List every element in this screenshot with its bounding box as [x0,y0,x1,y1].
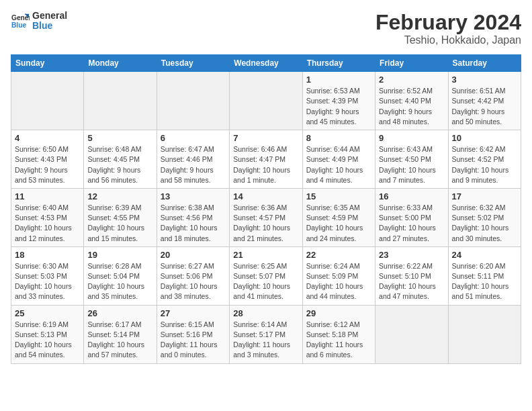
day-info: Sunrise: 6:44 AMSunset: 4:49 PMDaylight:… [306,144,371,185]
calendar-cell: 27Sunrise: 6:15 AMSunset: 5:16 PMDayligh… [157,305,229,363]
calendar-cell: 1Sunrise: 6:53 AMSunset: 4:39 PMDaylight… [302,72,375,130]
header-day-wednesday: Wednesday [230,55,302,72]
day-info: Sunrise: 6:40 AMSunset: 4:53 PMDaylight:… [15,203,80,244]
week-row-4: 18Sunrise: 6:30 AMSunset: 5:03 PMDayligh… [11,246,521,305]
calendar-cell [448,305,521,363]
day-info: Sunrise: 6:42 AMSunset: 4:52 PMDaylight:… [452,144,517,185]
location-title: Teshio, Hokkaido, Japan [375,34,521,46]
day-info: Sunrise: 6:38 AMSunset: 4:56 PMDaylight:… [161,203,226,244]
day-number: 29 [306,308,371,318]
day-number: 11 [15,191,80,201]
day-number: 3 [452,75,517,85]
calendar-cell: 17Sunrise: 6:32 AMSunset: 5:02 PMDayligh… [448,188,521,246]
day-info: Sunrise: 6:24 AMSunset: 5:09 PMDaylight:… [306,261,371,302]
day-info: Sunrise: 6:33 AMSunset: 5:00 PMDaylight:… [379,203,444,244]
day-number: 4 [15,133,80,143]
logo-text-general: General [32,11,67,21]
calendar-cell: 24Sunrise: 6:20 AMSunset: 5:11 PMDayligh… [448,246,521,305]
day-number: 15 [306,191,371,201]
day-number: 12 [87,191,152,201]
calendar-cell: 19Sunrise: 6:28 AMSunset: 5:04 PMDayligh… [84,246,157,305]
calendar-cell [84,72,157,130]
day-info: Sunrise: 6:32 AMSunset: 5:02 PMDaylight:… [452,203,517,244]
calendar-cell: 7Sunrise: 6:46 AMSunset: 4:47 PMDaylight… [230,130,302,189]
calendar-cell: 14Sunrise: 6:36 AMSunset: 4:57 PMDayligh… [230,188,302,246]
calendar-cell: 20Sunrise: 6:27 AMSunset: 5:06 PMDayligh… [157,246,229,305]
calendar-cell: 6Sunrise: 6:47 AMSunset: 4:46 PMDaylight… [157,130,229,189]
day-info: Sunrise: 6:53 AMSunset: 4:39 PMDaylight:… [306,86,371,127]
day-info: Sunrise: 6:19 AMSunset: 5:13 PMDaylight:… [15,320,80,361]
calendar-cell: 29Sunrise: 6:12 AMSunset: 5:18 PMDayligh… [302,305,375,363]
header-day-thursday: Thursday [302,55,375,72]
calendar-cell [157,72,229,130]
calendar-cell [375,305,448,363]
day-number: 25 [15,308,80,318]
day-info: Sunrise: 6:22 AMSunset: 5:10 PMDaylight:… [379,261,444,302]
day-number: 28 [233,308,298,318]
day-number: 21 [233,250,298,260]
day-number: 22 [306,250,371,260]
calendar-cell: 10Sunrise: 6:42 AMSunset: 4:52 PMDayligh… [448,130,521,189]
day-info: Sunrise: 6:48 AMSunset: 4:45 PMDaylight:… [87,144,152,185]
calendar-body: 1Sunrise: 6:53 AMSunset: 4:39 PMDaylight… [11,72,521,363]
day-info: Sunrise: 6:50 AMSunset: 4:43 PMDaylight:… [15,144,80,185]
calendar-header: SundayMondayTuesdayWednesdayThursdayFrid… [11,55,521,72]
calendar-table: SundayMondayTuesdayWednesdayThursdayFrid… [11,54,521,363]
calendar-cell: 2Sunrise: 6:52 AMSunset: 4:40 PMDaylight… [375,72,448,130]
header-day-monday: Monday [84,55,157,72]
day-info: Sunrise: 6:36 AMSunset: 4:57 PMDaylight:… [233,203,298,244]
day-info: Sunrise: 6:28 AMSunset: 5:04 PMDaylight:… [87,261,152,302]
calendar-cell: 23Sunrise: 6:22 AMSunset: 5:10 PMDayligh… [375,246,448,305]
day-info: Sunrise: 6:14 AMSunset: 5:17 PMDaylight:… [233,320,298,361]
day-number: 27 [161,308,226,318]
week-row-5: 25Sunrise: 6:19 AMSunset: 5:13 PMDayligh… [11,305,521,363]
day-info: Sunrise: 6:27 AMSunset: 5:06 PMDaylight:… [161,261,226,302]
day-number: 6 [161,133,226,143]
day-number: 9 [379,133,444,143]
header-day-friday: Friday [375,55,448,72]
calendar-cell: 21Sunrise: 6:25 AMSunset: 5:07 PMDayligh… [230,246,302,305]
calendar-cell: 13Sunrise: 6:38 AMSunset: 4:56 PMDayligh… [157,188,229,246]
month-title: February 2024 [375,11,521,34]
day-info: Sunrise: 6:12 AMSunset: 5:18 PMDaylight:… [306,320,371,361]
calendar-cell: 5Sunrise: 6:48 AMSunset: 4:45 PMDaylight… [84,130,157,189]
day-number: 2 [379,75,444,85]
day-info: Sunrise: 6:30 AMSunset: 5:03 PMDaylight:… [15,261,80,302]
day-info: Sunrise: 6:47 AMSunset: 4:46 PMDaylight:… [161,144,226,185]
calendar-cell: 11Sunrise: 6:40 AMSunset: 4:53 PMDayligh… [11,188,84,246]
header-row: SundayMondayTuesdayWednesdayThursdayFrid… [11,55,521,72]
day-number: 5 [87,133,152,143]
calendar-cell: 12Sunrise: 6:39 AMSunset: 4:55 PMDayligh… [84,188,157,246]
day-number: 14 [233,191,298,201]
day-number: 20 [161,250,226,260]
calendar-cell: 9Sunrise: 6:43 AMSunset: 4:50 PMDaylight… [375,130,448,189]
svg-text:Blue: Blue [11,22,27,30]
calendar-cell: 28Sunrise: 6:14 AMSunset: 5:17 PMDayligh… [230,305,302,363]
calendar-cell: 25Sunrise: 6:19 AMSunset: 5:13 PMDayligh… [11,305,84,363]
day-info: Sunrise: 6:17 AMSunset: 5:14 PMDaylight:… [87,320,152,361]
calendar-cell: 18Sunrise: 6:30 AMSunset: 5:03 PMDayligh… [11,246,84,305]
day-info: Sunrise: 6:43 AMSunset: 4:50 PMDaylight:… [379,144,444,185]
day-number: 26 [87,308,152,318]
day-number: 8 [306,133,371,143]
day-info: Sunrise: 6:46 AMSunset: 4:47 PMDaylight:… [233,144,298,185]
week-row-3: 11Sunrise: 6:40 AMSunset: 4:53 PMDayligh… [11,188,521,246]
logo-text-blue: Blue [32,21,67,31]
header-day-sunday: Sunday [11,55,84,72]
day-number: 19 [87,250,152,260]
week-row-1: 1Sunrise: 6:53 AMSunset: 4:39 PMDaylight… [11,72,521,130]
calendar-cell: 26Sunrise: 6:17 AMSunset: 5:14 PMDayligh… [84,305,157,363]
day-number: 17 [452,191,517,201]
day-info: Sunrise: 6:35 AMSunset: 4:59 PMDaylight:… [306,203,371,244]
calendar-cell [11,72,84,130]
day-number: 16 [379,191,444,201]
logo: General Blue General Blue [11,11,67,32]
day-number: 7 [233,133,298,143]
day-info: Sunrise: 6:39 AMSunset: 4:55 PMDaylight:… [87,203,152,244]
page-header: General Blue General Blue February 2024 … [11,11,521,46]
day-info: Sunrise: 6:52 AMSunset: 4:40 PMDaylight:… [379,86,444,127]
calendar-cell: 22Sunrise: 6:24 AMSunset: 5:09 PMDayligh… [302,246,375,305]
calendar-cell: 4Sunrise: 6:50 AMSunset: 4:43 PMDaylight… [11,130,84,189]
calendar-cell: 15Sunrise: 6:35 AMSunset: 4:59 PMDayligh… [302,188,375,246]
day-number: 13 [161,191,226,201]
